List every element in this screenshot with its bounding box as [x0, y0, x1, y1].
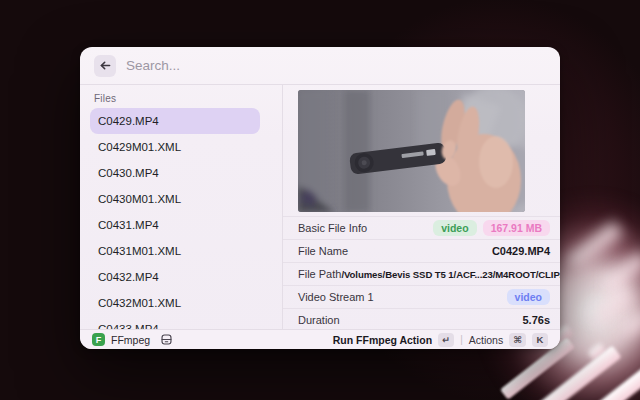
cmd-key-badge[interactable]: ⌘: [509, 333, 526, 347]
basic-file-info-row: Basic File Info video 167.91 MB: [283, 216, 560, 239]
actions-menu-button[interactable]: Actions: [469, 334, 503, 346]
file-detail-panel: Basic File Info video 167.91 MB File Nam…: [283, 85, 560, 329]
video-stream-label: Video Stream 1: [298, 291, 374, 303]
duration-value: 5.76s: [522, 314, 550, 326]
footer-actions: Run FFmpeg Action ↵ | Actions ⌘ K: [333, 333, 548, 347]
duration-row: Duration 5.76s: [283, 308, 560, 331]
file-item[interactable]: C0432M01.XML: [90, 290, 260, 316]
file-item[interactable]: C0429.MP4: [90, 108, 260, 134]
ffmpeg-logo-icon: F: [92, 333, 105, 346]
file-list-panel: Files C0429.MP4 C0429M01.XML C0430.MP4 C…: [80, 85, 283, 329]
file-item[interactable]: C0429M01.XML: [90, 134, 260, 160]
file-name-row: File Name C0429.MP4: [283, 239, 560, 262]
basic-file-info-label: Basic File Info: [298, 222, 367, 234]
file-path-row: File Path /Volumes/Bevis SSD T5 1/ACF...…: [283, 262, 560, 285]
video-frame-thumbnail: [298, 90, 525, 212]
back-button[interactable]: [94, 55, 116, 77]
file-item[interactable]: C0432.MP4: [90, 264, 260, 290]
stream-type-badge: video: [507, 289, 550, 306]
video-preview: [298, 90, 525, 212]
window-body: Files C0429.MP4 C0429M01.XML C0430.MP4 C…: [80, 85, 560, 329]
file-item[interactable]: C0431.MP4: [90, 212, 260, 238]
file-item[interactable]: C0430M01.XML: [90, 186, 260, 212]
file-name-value: C0429.MP4: [492, 245, 550, 257]
file-path-label: File Path: [298, 268, 341, 280]
search-header: Search...: [80, 47, 560, 85]
brand-name: FFmpeg: [111, 334, 150, 346]
duration-label: Duration: [298, 314, 340, 326]
enter-key-badge[interactable]: ↵: [438, 333, 454, 347]
arrow-left-icon: [99, 59, 112, 72]
file-size-badge: 167.91 MB: [483, 220, 550, 237]
file-path-value: /Volumes/Bevis SSD T5 1/ACF...23/M4ROOT/…: [341, 269, 560, 280]
ffmpeg-command-palette-window: Search... Files C0429.MP4 C0429M01.XML C…: [80, 47, 560, 349]
file-name-label: File Name: [298, 245, 348, 257]
file-item[interactable]: C0433.MP4: [90, 316, 260, 329]
file-item[interactable]: C0430.MP4: [90, 160, 260, 186]
run-ffmpeg-action-button[interactable]: Run FFmpeg Action: [333, 334, 432, 346]
files-section-label: Files: [94, 93, 260, 104]
k-key-badge[interactable]: K: [532, 333, 548, 347]
file-item[interactable]: C0431M01.XML: [90, 238, 260, 264]
search-input[interactable]: Search...: [126, 58, 546, 73]
window-footer: F FFmpeg Run FFmpeg Action ↵ | Actions ⌘…: [80, 329, 560, 349]
desktop-background: Search... Files C0429.MP4 C0429M01.XML C…: [0, 0, 640, 400]
disk-icon[interactable]: [160, 333, 173, 346]
file-type-badge: video: [433, 220, 476, 237]
file-info-list: Basic File Info video 167.91 MB File Nam…: [283, 216, 560, 331]
video-stream-row: Video Stream 1 video: [283, 285, 560, 308]
footer-separator: |: [460, 334, 463, 345]
